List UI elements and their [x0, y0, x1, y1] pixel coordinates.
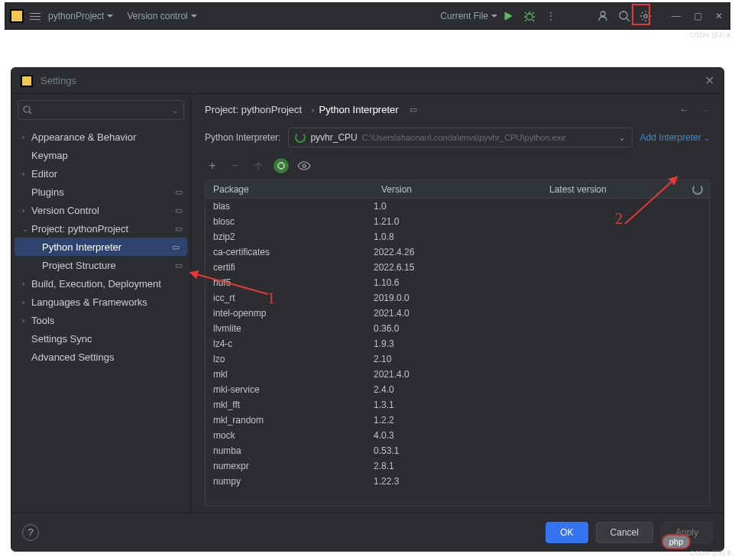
upgrade-package-button[interactable] — [251, 158, 266, 173]
cell-version: 1.9.3 — [374, 338, 542, 349]
cell-version: 0.53.1 — [374, 445, 542, 456]
settings-sidebar: ⌄ ›Appearance & BehaviorKeymap›EditorPlu… — [11, 94, 191, 513]
sidebar-item[interactable]: Keymap — [11, 146, 190, 164]
project-dropdown[interactable]: pythonProject — [48, 11, 113, 21]
sidebar-item[interactable]: ›Tools — [11, 311, 190, 329]
table-row[interactable]: mkl_random1.2.2 — [206, 413, 709, 428]
svg-point-4 — [24, 106, 30, 112]
cell-version: 2.4.0 — [374, 384, 542, 395]
sidebar-item[interactable]: ›Languages & Frameworks — [11, 293, 190, 311]
pycharm-logo-icon — [10, 9, 24, 23]
table-row[interactable]: certifi2022.6.15 — [206, 260, 709, 275]
table-row[interactable]: mkl_fft1.3.1 — [206, 397, 709, 413]
cell-version: 2021.4.0 — [374, 308, 542, 319]
annotation-number-2: 2 — [615, 210, 623, 228]
cell-version: 1.2.2 — [374, 415, 542, 426]
breadcrumb-leaf: Python Interpreter — [319, 104, 399, 115]
table-row[interactable]: ca-certificates2022.4.26 — [206, 244, 709, 260]
dialog-footer: ? OK Cancel Apply — [11, 513, 724, 551]
settings-dialog: Settings ✕ ⌄ ›Appearance & BehaviorKeyma… — [11, 67, 724, 552]
cell-version: 1.21.0 — [374, 216, 542, 227]
vcs-dropdown[interactable]: Version control — [127, 11, 196, 21]
table-row[interactable]: lz4-c1.9.3 — [206, 336, 709, 351]
settings-search-input[interactable]: ⌄ — [18, 100, 184, 120]
table-header: Package Version Latest version — [206, 180, 709, 199]
sidebar-item[interactable]: Settings Sync — [11, 329, 190, 348]
sidebar-item[interactable]: ›Editor — [11, 164, 190, 183]
interpreter-path: C:\Users\shaonan\.conda\envs\pyvhr_CPU\p… — [362, 133, 566, 142]
debug-button[interactable] — [519, 5, 540, 27]
run-button[interactable] — [497, 5, 519, 27]
table-row[interactable]: blosc1.21.0 — [206, 214, 709, 229]
add-interpreter-link[interactable]: Add Interpreter ⌄ — [640, 132, 710, 143]
svg-point-3 — [644, 15, 647, 18]
sidebar-item-label: Tools — [31, 315, 54, 326]
main-menu-button[interactable] — [30, 13, 40, 20]
table-row[interactable]: intel-openmp2021.4.0 — [206, 306, 709, 321]
ok-button[interactable]: OK — [546, 522, 588, 543]
packages-table[interactable]: Package Version Latest version blas1.0bl… — [206, 180, 709, 506]
table-row[interactable]: hdf51.10.6 — [206, 275, 709, 290]
cell-package: icc_rt — [206, 293, 374, 303]
table-row[interactable]: lzo2.10 — [206, 351, 709, 367]
table-row[interactable]: mock4.0.3 — [206, 428, 709, 443]
interpreter-label: Python Interpreter: — [205, 132, 280, 143]
breadcrumb-forward-button[interactable]: → — [700, 104, 710, 115]
table-row[interactable]: mkl-service2.4.0 — [206, 382, 709, 397]
dialog-close-button[interactable]: ✕ — [704, 73, 714, 88]
cell-version: 1.0.8 — [374, 231, 542, 242]
table-row[interactable]: mkl2021.4.0 — [206, 367, 709, 382]
cell-version: 4.0.3 — [374, 430, 542, 441]
annotation-number-1: 1 — [267, 290, 275, 307]
table-row[interactable]: icc_rt2019.0.0 — [206, 290, 709, 306]
close-window-button[interactable]: ✕ — [708, 5, 730, 27]
breadcrumb: Project: pythonProject › Python Interpre… — [191, 94, 724, 125]
remove-package-button[interactable]: − — [228, 158, 243, 173]
code-with-me-icon[interactable] — [592, 5, 614, 27]
table-row[interactable]: numba0.53.1 — [206, 443, 709, 458]
table-row[interactable]: numexpr2.8.1 — [206, 458, 709, 474]
interpreter-dropdown[interactable]: pyvhr_CPU C:\Users\shaonan\.conda\envs\p… — [288, 128, 632, 147]
show-early-releases-toggle[interactable] — [296, 158, 312, 173]
minimize-window-button[interactable]: — — [665, 5, 687, 27]
sidebar-item[interactable]: Plugins▭ — [11, 183, 190, 201]
table-row[interactable]: bzip21.0.8 — [206, 229, 709, 244]
cell-package: lz4-c — [206, 338, 374, 349]
sidebar-item-label: Project Structure — [42, 260, 116, 271]
sidebar-item-label: Settings Sync — [31, 333, 92, 345]
table-row[interactable]: numpy1.22.3 — [206, 474, 709, 489]
svg-point-5 — [278, 163, 284, 169]
maximize-window-button[interactable]: ▢ — [687, 5, 708, 27]
module-scope-icon: ▭ — [175, 187, 183, 197]
cell-package: mkl_random — [206, 415, 374, 426]
interpreter-name: pyvhr_CPU — [310, 132, 357, 143]
run-config-dropdown[interactable]: Current File — [440, 11, 497, 21]
cancel-button[interactable]: Cancel — [596, 522, 653, 543]
more-actions-button[interactable]: ⋮ — [540, 5, 562, 27]
sidebar-item[interactable]: Advanced Settings — [11, 348, 190, 366]
sidebar-item-label: Languages & Frameworks — [31, 296, 147, 308]
sidebar-item[interactable]: Python Interpreter▭ — [15, 238, 187, 256]
help-button[interactable]: ? — [22, 524, 39, 541]
search-everywhere-button[interactable] — [614, 5, 635, 27]
add-package-button[interactable]: + — [205, 158, 220, 173]
cell-version: 1.0 — [374, 201, 542, 212]
cell-package: mock — [206, 430, 374, 441]
svg-point-1 — [601, 11, 605, 16]
cell-package: numexpr — [206, 461, 374, 471]
table-row[interactable]: llvmlite0.36.0 — [206, 321, 709, 336]
sidebar-item[interactable]: ⌄Project: pythonProject▭ — [11, 219, 190, 238]
conda-package-toggle[interactable] — [274, 158, 289, 173]
cell-version: 2.8.1 — [374, 461, 542, 471]
breadcrumb-back-button[interactable]: ← — [679, 104, 689, 115]
sidebar-item[interactable]: ›Build, Execution, Deployment — [11, 274, 190, 293]
table-row[interactable]: blas1.0 — [206, 199, 709, 214]
sidebar-item[interactable]: ›Appearance & Behavior — [11, 128, 190, 146]
settings-gear-button[interactable] — [635, 5, 656, 27]
sidebar-item-label: Version Control — [31, 205, 99, 216]
sidebar-item[interactable]: Project Structure▭ — [11, 256, 190, 274]
svg-point-2 — [620, 11, 627, 19]
sidebar-item[interactable]: ›Version Control▭ — [11, 201, 190, 219]
module-scope-icon: ▭ — [175, 206, 183, 215]
cell-package: intel-openmp — [206, 308, 374, 319]
